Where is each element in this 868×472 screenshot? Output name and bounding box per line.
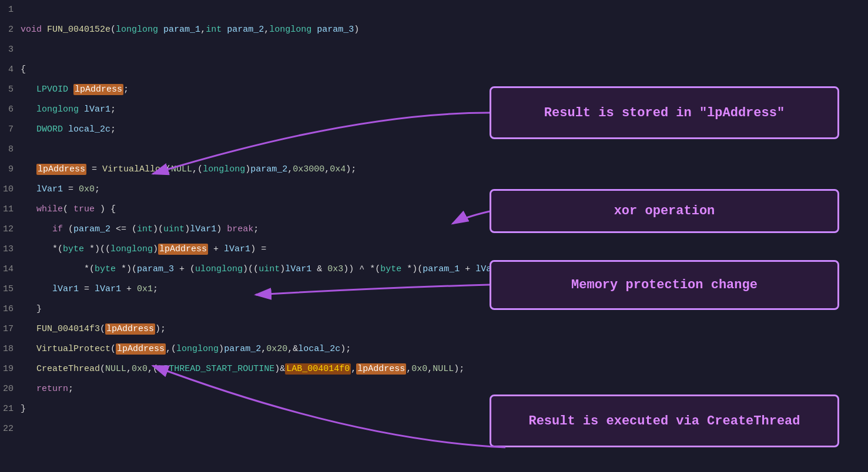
code-line-3: 3 bbox=[0, 40, 868, 60]
code-line-18: 18 VirtualProtect(lpAddress,(longlong)pa… bbox=[0, 339, 868, 359]
code-line-19: 19 CreateThread(NULL,0x0,(LPTHREAD_START… bbox=[0, 359, 868, 379]
code-line-8: 8 bbox=[0, 140, 868, 160]
annotation-box-memory-protection: Memory protection change bbox=[490, 260, 839, 310]
annotation-text-memory-protection: Memory protection change bbox=[571, 278, 758, 292]
annotation-text-lp-address: Result is stored in "lpAddress" bbox=[544, 106, 785, 120]
annotation-box-create-thread: Result is executed via CreateThread bbox=[490, 395, 839, 447]
code-line-17: 17 FUN_004014f3(lpAddress); bbox=[0, 319, 868, 339]
code-line-1: 1 bbox=[0, 0, 868, 20]
annotation-text-xor: xor operation bbox=[614, 204, 715, 218]
code-line-4: 4 { bbox=[0, 60, 868, 80]
annotation-box-xor: xor operation bbox=[490, 189, 839, 233]
annotation-box-lp-address: Result is stored in "lpAddress" bbox=[490, 86, 839, 139]
code-line-13: 13 *(byte *)((longlong)lpAddress + lVar1… bbox=[0, 240, 868, 259]
code-line-2: 2 void FUN_0040152e(longlong param_1,int… bbox=[0, 20, 868, 40]
code-line-9: 9 lpAddress = VirtualAlloc(NULL,(longlon… bbox=[0, 160, 868, 180]
annotation-text-create-thread: Result is executed via CreateThread bbox=[528, 414, 800, 429]
